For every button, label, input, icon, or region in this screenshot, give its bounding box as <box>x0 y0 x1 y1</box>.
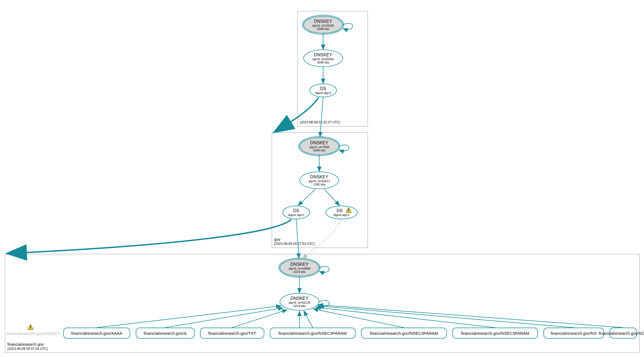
fr-ksk-node: DNSKEY alg=8, id=44689 1024 bits <box>280 259 319 276</box>
fr-ksk-sub2: 1024 bits <box>293 270 306 273</box>
root-zsk-title: DNSKEY <box>314 52 332 57</box>
rr-n3p1-text: financialresearch.gov/NSEC3PARAM <box>279 331 347 336</box>
zone-fr-ts: (2023-06-09 05:47:04 UTC) <box>7 347 48 351</box>
gov-zsk-sub2: 1280 bits <box>313 183 326 186</box>
svg-rect-2 <box>348 211 349 212</box>
fr-zsk-sub2: 1024 bits <box>293 304 306 308</box>
zone-root-name: . <box>300 116 340 121</box>
fr-ksk-title: DNSKEY <box>290 262 309 267</box>
fr-zsk-sub1: alg=8, id=62226 <box>289 301 310 304</box>
gov-ds2-sub1: digest alg=1 <box>333 213 350 217</box>
root-zsk-node: DNSKEY alg=8, id=60955 2048 bits <box>303 49 343 67</box>
gov-ds1-title: DS <box>293 208 299 213</box>
rr-n3p1: financialresearch.gov/NSEC3PARAM <box>270 328 356 339</box>
rr-n3p2: financialresearch.gov/NSEC3PARAM <box>361 328 447 339</box>
gov-ds2-title: DS <box>337 208 343 213</box>
root-zsk-sub1: alg=8, id=60955 <box>312 57 334 61</box>
gov-ds1-sub1: digest alg=2 <box>288 213 304 217</box>
gov-zsk-sub1: alg=8, id=50011 <box>309 179 330 183</box>
zone-fr-name: financialresearch.gov <box>7 342 48 347</box>
fr-zsk-title: DNSKEY <box>290 296 309 301</box>
gov-ksk-sub1: alg=8, id=7698 <box>309 145 329 149</box>
rr-aaaa-text: financialresearch.gov/AAAA <box>71 331 122 336</box>
root-ksk-node: DNSKEY alg=8, id=20326 2048 bits <box>303 16 343 34</box>
rr-soa: financialresearch.gov/SOA <box>609 328 637 339</box>
rr-n3p2-text: financialresearch.gov/NSEC3PARAM <box>370 331 438 336</box>
rr-txt: financialresearch.gov/TXT <box>200 328 264 339</box>
rr-aaaa: financialresearch.gov/AAAA <box>63 328 130 339</box>
zone-fr-label: financialresearch.gov (2023-06-09 05:47:… <box>7 342 48 351</box>
rr-ns-text: financialresearch.gov/NS <box>551 331 597 336</box>
warning-icon <box>27 324 34 330</box>
rr-n3p3-text: financialresearch.gov/NSEC3PARAM <box>461 331 529 336</box>
rr-soa-text: financialresearch.gov/SOA <box>599 331 644 336</box>
root-ds-title: DS <box>320 86 326 91</box>
ghost-dnskey-label: financialresearch.gov/DNSKEY <box>7 331 60 336</box>
root-ksk-sub1: alg=8, id=20326 <box>312 24 334 27</box>
rr-a-text: financialresearch.gov/A <box>144 331 187 336</box>
svg-rect-1 <box>348 209 349 211</box>
zone-gov-label: gov (2023-06-09 04:07:53 UTC) <box>274 237 315 246</box>
warning-icon <box>346 207 352 213</box>
rr-n3p3: financialresearch.gov/NSEC3PARAM <box>452 328 538 339</box>
root-zsk-sub2: 2048 bits <box>317 61 329 64</box>
svg-rect-5 <box>30 328 31 329</box>
zone-root-label: . (2023-06-09 01:32:37 UTC) <box>300 116 340 125</box>
gov-zsk-title: DNSKEY <box>310 175 328 179</box>
zone-root-ts: (2023-06-09 01:32:37 UTC) <box>300 120 340 124</box>
fr-zsk-node: DNSKEY alg=8, id=62226 1024 bits <box>280 293 319 311</box>
gov-ds1-node: DS digest alg=2 <box>282 206 310 219</box>
rr-a: financialresearch.gov/A <box>136 328 195 339</box>
zone-gov-name: gov <box>274 237 315 242</box>
root-ksk-sub2: 2048 bits <box>317 27 329 31</box>
root-ksk-title: DNSKEY <box>314 19 332 24</box>
rr-txt-text: financialresearch.gov/TXT <box>208 331 256 336</box>
rr-ns: financialresearch.gov/NS <box>543 328 604 339</box>
root-ds-sub1: digest alg=2 <box>315 91 331 95</box>
gov-ksk-node: DNSKEY alg=8, id=7698 2048 bits <box>299 137 339 155</box>
zone-gov-ts: (2023-06-09 04:07:53 UTC) <box>274 242 315 246</box>
gov-ds2-node: DS digest alg=1 <box>325 206 358 219</box>
gov-ksk-title: DNSKEY <box>310 140 328 145</box>
gov-zsk-node: DNSKEY alg=8, id=50011 1280 bits <box>299 171 339 189</box>
svg-rect-4 <box>30 326 31 328</box>
gov-ksk-sub2: 2048 bits <box>313 149 326 152</box>
root-ds-node: DS digest alg=2 <box>309 84 337 97</box>
fr-ksk-sub1: alg=8, id=44689 <box>289 267 310 270</box>
